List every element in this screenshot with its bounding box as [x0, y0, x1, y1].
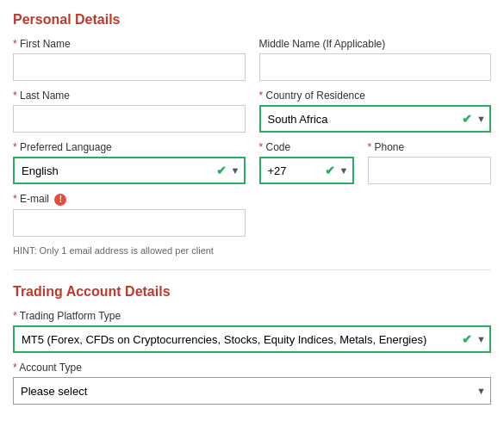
middle-name-label: Middle Name (If Applicable): [259, 38, 492, 50]
middle-name-input[interactable]: [259, 53, 492, 81]
country-select-wrapper: South Africa United States United Kingdo…: [259, 105, 492, 133]
account-type-group: * Account Type Please select Individual …: [13, 362, 491, 405]
row-name: * First Name Middle Name (If Applicable): [13, 38, 491, 81]
account-type-select[interactable]: Please select Individual Corporate: [13, 377, 491, 405]
code-label: * Code: [259, 141, 354, 153]
first-name-group: * First Name: [13, 38, 246, 81]
email-input[interactable]: [13, 209, 246, 237]
email-info-icon[interactable]: !: [54, 194, 66, 206]
platform-label: * Trading Platform Type: [13, 310, 491, 322]
section-divider: [13, 269, 491, 270]
platform-select[interactable]: MT5 (Forex, CFDs on Cryptocurrencies, St…: [13, 325, 491, 353]
platform-group: * Trading Platform Type MT5 (Forex, CFDs…: [13, 310, 491, 353]
last-name-group: * Last Name: [13, 90, 246, 133]
code-group: * Code +27 +1 +44 ✔ ▼: [259, 141, 354, 184]
middle-name-group: Middle Name (If Applicable): [259, 38, 492, 81]
platform-select-wrapper: MT5 (Forex, CFDs on Cryptocurrencies, St…: [13, 325, 491, 353]
trading-details-section: Trading Account Details * Trading Platfo…: [13, 284, 491, 405]
required-marker: *: [13, 38, 17, 50]
first-name-label: * First Name: [13, 38, 246, 50]
code-select-wrapper: +27 +1 +44 ✔ ▼: [259, 157, 354, 184]
personal-details-section: Personal Details * First Name Middle Nam…: [13, 12, 491, 256]
country-label: * Country of Residence: [259, 90, 492, 102]
row-last-country: * Last Name * Country of Residence South…: [13, 90, 491, 133]
country-select[interactable]: South Africa United States United Kingdo…: [259, 105, 492, 133]
account-type-select-wrapper: Please select Individual Corporate ▼: [13, 377, 491, 405]
language-group: * Preferred Language English French Germ…: [13, 141, 246, 184]
language-select[interactable]: English French German: [13, 157, 246, 184]
email-label: * E-mail !: [13, 193, 246, 206]
row-platform: * Trading Platform Type MT5 (Forex, CFDs…: [13, 310, 491, 353]
phone-input[interactable]: [368, 157, 492, 184]
email-hint: HINT: Only 1 email address is allowed pe…: [13, 245, 491, 256]
email-group: * E-mail !: [13, 193, 246, 237]
row-lang-code-phone: * Preferred Language English French Germ…: [13, 141, 491, 184]
phone-label: * Phone: [368, 141, 492, 153]
language-label: * Preferred Language: [13, 141, 246, 153]
last-name-label: * Last Name: [13, 90, 246, 102]
row-account-type: * Account Type Please select Individual …: [13, 362, 491, 405]
trading-details-title: Trading Account Details: [13, 284, 491, 300]
account-type-label: * Account Type: [13, 362, 491, 374]
country-group: * Country of Residence South Africa Unit…: [259, 90, 492, 133]
row-email: * E-mail !: [13, 193, 491, 237]
first-name-input[interactable]: [13, 53, 246, 81]
code-select[interactable]: +27 +1 +44: [259, 157, 354, 184]
phone-group: * Phone: [368, 141, 492, 184]
personal-details-title: Personal Details: [13, 12, 491, 28]
language-select-wrapper: English French German ✔ ▼: [13, 157, 246, 184]
last-name-input[interactable]: [13, 105, 246, 133]
email-spacer: [259, 193, 492, 237]
